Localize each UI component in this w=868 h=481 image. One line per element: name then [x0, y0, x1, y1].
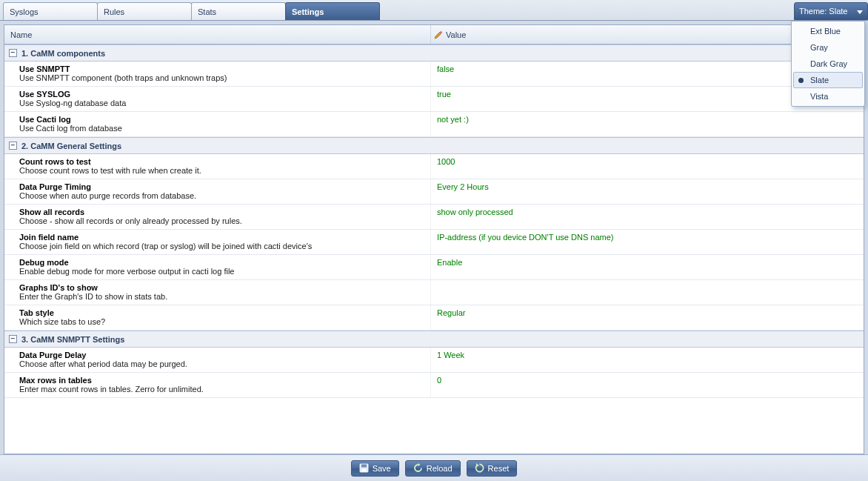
group-title: 2. CaMM General Settings: [21, 142, 121, 150]
column-header-name[interactable]: Name: [4, 25, 431, 44]
theme-menu-item-gray[interactable]: Gray: [793, 39, 863, 56]
setting-row[interactable]: Show all recordsChoose - show all record…: [4, 205, 864, 230]
setting-value: 1000: [437, 157, 455, 166]
group-header[interactable]: −3. CaMM SNMPTT Settings: [4, 331, 864, 348]
menu-item-label: Vista: [810, 92, 828, 101]
setting-row[interactable]: Debug modeEnable debug mode for more ver…: [4, 255, 864, 280]
reload-button[interactable]: Reload: [405, 460, 461, 477]
setting-value: 1 Week: [437, 351, 464, 359]
setting-row[interactable]: Use Cacti logUse Cacti log from database…: [4, 112, 864, 137]
setting-row[interactable]: Use SNMPTTUse SNMPTT component (both tra…: [4, 62, 864, 87]
setting-name-cell: Debug modeEnable debug mode for more ver…: [4, 255, 431, 279]
setting-name: Use SNMPTT: [19, 64, 424, 73]
setting-row[interactable]: Data Purge DelayChoose after what period…: [4, 348, 864, 373]
collapse-icon[interactable]: −: [9, 142, 17, 150]
edit-icon: [434, 30, 443, 39]
setting-row[interactable]: Use SYSLOGUse Syslog-ng database datatru…: [4, 87, 864, 112]
button-label: Save: [373, 464, 391, 473]
group-header[interactable]: −1. CaMM components: [4, 44, 864, 62]
setting-value-cell[interactable]: show only processed: [431, 205, 864, 229]
chevron-down-icon: [857, 7, 863, 16]
button-label: Reload: [427, 464, 453, 473]
setting-value: not yet :): [437, 115, 469, 124]
setting-value-cell[interactable]: Regular: [431, 305, 864, 330]
group-title: 3. CaMM SNMPTT Settings: [21, 335, 124, 344]
setting-row[interactable]: Data Purge TimingChoose when auto purge …: [4, 179, 864, 205]
tab-syslogs[interactable]: Syslogs: [3, 2, 98, 20]
setting-value: false: [437, 64, 454, 73]
setting-value: IP-address (if you device DON'T use DNS …: [437, 233, 613, 242]
radio-selected-icon: [798, 78, 804, 83]
theme-menu-item-vista[interactable]: Vista: [793, 88, 863, 105]
setting-value-cell[interactable]: 1000: [431, 154, 864, 179]
setting-value-cell[interactable]: Every 2 Hours: [431, 179, 864, 204]
setting-desc: Use Syslog-ng database data: [19, 99, 424, 107]
setting-name-cell: Count rows to testChoose count rows to t…: [4, 154, 431, 179]
setting-name-cell: Data Purge TimingChoose when auto purge …: [4, 179, 431, 204]
theme-menu: Ext Blue Gray Dark Gray Slate Vista: [791, 21, 865, 107]
setting-desc: Enter the Graph's ID to show in stats ta…: [19, 292, 424, 301]
setting-row[interactable]: Count rows to testChoose count rows to t…: [4, 154, 864, 179]
setting-desc: Which size tabs to use?: [19, 317, 424, 326]
menu-item-label: Ext Blue: [810, 27, 841, 36]
setting-name: Use Cacti log: [19, 115, 424, 124]
setting-value: true: [437, 90, 451, 99]
theme-select[interactable]: Theme: Slate: [794, 2, 868, 20]
grid-body[interactable]: −1. CaMM componentsUse SNMPTTUse SNMPTT …: [4, 44, 864, 454]
setting-name-cell: Graphs ID's to showEnter the Graph's ID …: [4, 280, 431, 305]
tab-label: Settings: [292, 7, 324, 16]
setting-name: Join field name: [19, 233, 424, 242]
setting-value: Every 2 Hours: [437, 182, 489, 191]
collapse-icon[interactable]: −: [9, 49, 17, 57]
group-title: 1. CaMM components: [21, 49, 105, 58]
reset-button[interactable]: Reset: [467, 460, 518, 477]
setting-desc: Use Cacti log from database: [19, 124, 424, 133]
column-header-row: Name Value: [4, 25, 864, 44]
setting-value-cell[interactable]: 0: [431, 373, 864, 397]
collapse-icon[interactable]: −: [9, 335, 17, 343]
setting-desc: Enable debug mode for more verbose outpu…: [19, 267, 424, 276]
setting-desc: Enter max count rows in tables. Zerro fo…: [19, 385, 424, 394]
setting-name-cell: Show all recordsChoose - show all record…: [4, 205, 431, 229]
group-header[interactable]: −2. CaMM General Settings: [4, 137, 864, 154]
setting-name: Tab style: [19, 308, 424, 317]
setting-desc: Choose join field on which record (trap …: [19, 242, 424, 251]
tab-rules[interactable]: Rules: [97, 2, 192, 20]
theme-menu-item-dark-gray[interactable]: Dark Gray: [793, 56, 863, 72]
setting-desc: Choose when auto purge records from data…: [19, 191, 424, 200]
menu-item-label: Dark Gray: [810, 59, 847, 68]
setting-name-cell: Data Purge DelayChoose after what period…: [4, 348, 431, 372]
setting-name-cell: Join field nameChoose join field on whic…: [4, 230, 431, 254]
setting-row[interactable]: Tab styleWhich size tabs to use?Regular: [4, 305, 864, 331]
tab-settings[interactable]: Settings: [285, 2, 380, 20]
setting-name: Count rows to test: [19, 157, 424, 166]
tab-label: Syslogs: [10, 7, 39, 16]
setting-desc: Choose - show all records or only alread…: [19, 216, 424, 225]
reload-icon: [413, 463, 423, 473]
theme-menu-item-slate[interactable]: Slate: [793, 72, 863, 88]
setting-row[interactable]: Join field nameChoose join field on whic…: [4, 230, 864, 255]
setting-value: 0: [437, 376, 441, 385]
setting-value: show only processed: [437, 208, 513, 216]
theme-menu-item-ext-blue[interactable]: Ext Blue: [793, 23, 863, 39]
theme-select-label: Theme: Slate: [799, 7, 847, 16]
setting-name: Max rows in tables: [19, 376, 424, 385]
button-label: Reset: [488, 464, 510, 473]
setting-value-cell[interactable]: not yet :): [431, 112, 864, 136]
setting-row[interactable]: Max rows in tablesEnter max count rows i…: [4, 373, 864, 398]
reset-icon: [475, 463, 484, 473]
save-button[interactable]: Save: [351, 460, 399, 477]
tab-stats[interactable]: Stats: [191, 2, 286, 20]
setting-value-cell[interactable]: IP-address (if you device DON'T use DNS …: [431, 230, 864, 254]
tab-label: Rules: [104, 7, 124, 16]
setting-row[interactable]: Graphs ID's to showEnter the Graph's ID …: [4, 280, 864, 305]
setting-value-cell[interactable]: Enable: [431, 255, 864, 279]
setting-value-cell[interactable]: 1 Week: [431, 348, 864, 372]
setting-desc: Choose after what period data may be pur…: [19, 359, 424, 368]
setting-name-cell: Use SYSLOGUse Syslog-ng database data: [4, 87, 431, 111]
setting-value-cell[interactable]: [431, 280, 864, 305]
setting-name: Use SYSLOG: [19, 90, 424, 99]
setting-name: Data Purge Delay: [19, 351, 424, 359]
toolbar: Save Reload Reset: [0, 454, 868, 481]
app-window: Syslogs Rules Stats Settings Theme: Slat…: [0, 0, 868, 481]
